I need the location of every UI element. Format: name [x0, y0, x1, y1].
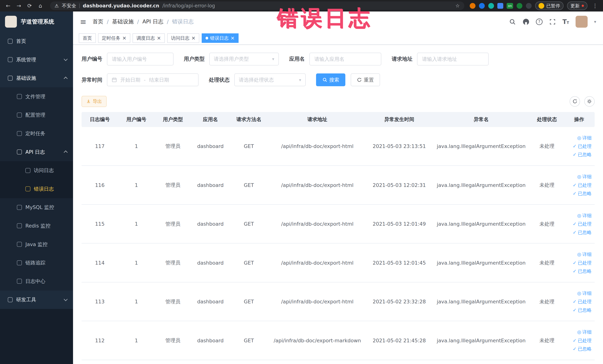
sidebar-item-dev-tools[interactable]: 研发工具 [0, 291, 73, 309]
sidebar-item-home[interactable]: 首页 [0, 32, 73, 50]
date-range-picker[interactable]: 开始日期 - 结束日期 [107, 73, 198, 86]
action-link[interactable]: ◎ 详细 [577, 174, 592, 180]
update-button[interactable]: 更新 [567, 1, 587, 10]
action-link[interactable]: ✓ 已忽略 [573, 268, 592, 274]
cell-method: GET [230, 260, 268, 266]
action-link[interactable]: ✓ 已处理 [573, 338, 592, 344]
sidebar-item-java[interactable]: Java 监控 [0, 235, 73, 254]
close-icon[interactable]: × [122, 35, 127, 41]
trace-icon [17, 260, 22, 265]
sidebar-item-trace[interactable]: 链路追踪 [0, 254, 73, 272]
extension-icon-green[interactable] [517, 3, 522, 9]
browser-chrome: ← → ⟳ ⌂ ⚠ 不安全 dashboard.yudao.iocoder.cn… [0, 0, 603, 12]
request-url-input[interactable] [417, 53, 489, 65]
process-status-select[interactable]: 请选择处理状态 ▾ [234, 73, 306, 86]
forward-icon[interactable]: → [15, 3, 23, 9]
paused-profile-badge[interactable]: 已暂停 [535, 1, 564, 10]
tab[interactable]: 调度日志 × [133, 33, 165, 43]
sidebar-item-api-log[interactable]: API 日志 [0, 143, 73, 161]
tab[interactable]: 错误日志 × [202, 33, 239, 43]
fullscreen-icon[interactable] [549, 18, 556, 25]
action-link[interactable]: ◎ 详细 [577, 251, 592, 257]
sidebar-item-redis[interactable]: Redis 监控 [0, 217, 73, 235]
action-link[interactable]: ✓ 已忽略 [573, 190, 592, 197]
breadcrumb-item[interactable]: 首页 [93, 18, 104, 25]
date-start-placeholder: 开始日期 [120, 77, 140, 83]
reset-button[interactable]: 重置 [351, 73, 380, 86]
search-button[interactable]: 搜索 [316, 73, 345, 86]
back-icon[interactable]: ← [4, 3, 12, 9]
action-link[interactable]: ◎ 详细 [577, 135, 592, 141]
user-type-select[interactable]: 请选择用户类型 ▾ [209, 53, 279, 65]
browser-home-icon[interactable]: ⌂ [36, 3, 45, 9]
sidebar-item-mysql[interactable]: MySQL 监控 [0, 198, 73, 217]
hamburger-icon[interactable]: ≡ [80, 17, 87, 26]
cell-request-url: /api/infra/db-doc/export-html [268, 299, 366, 305]
cell-exception-name: java.lang.IllegalArgumentException [432, 221, 530, 227]
tab[interactable]: 定时任务 × [98, 33, 130, 43]
action-link[interactable]: ✓ 已处理 [573, 299, 592, 305]
reload-icon[interactable]: ⟳ [25, 3, 34, 9]
user-id-input[interactable] [107, 53, 174, 65]
sidebar-item-config[interactable]: 配置管理 [0, 106, 73, 124]
filter-user-id: 用户编号 [81, 53, 174, 65]
extension-icon-teal[interactable] [488, 3, 494, 9]
action-link[interactable]: ✓ 已处理 [573, 221, 592, 227]
extension-icon-on[interactable]: on [507, 3, 513, 9]
infra-icon [8, 76, 13, 81]
breadcrumb-item[interactable]: API 日志 [142, 18, 163, 25]
sidebar-item-system[interactable]: 系统管理 [0, 50, 73, 69]
avatar-caret-icon[interactable]: ▾ [594, 19, 596, 24]
tab-label: 定时任务 [102, 35, 120, 41]
refresh-button[interactable] [570, 96, 580, 107]
action-link[interactable]: ✓ 已忽略 [573, 152, 592, 158]
help-icon[interactable]: ? [536, 19, 542, 25]
avatar[interactable] [576, 16, 587, 28]
tab[interactable]: 首页 [79, 33, 96, 43]
action-link[interactable]: ✓ 已忽略 [573, 229, 592, 235]
sidebar-item-infra[interactable]: 基础设施 [0, 69, 73, 87]
breadcrumb-item: 错误日志 [172, 18, 194, 25]
cell-log-id: 116 [81, 182, 118, 188]
action-label: 详细 [582, 212, 592, 219]
check-icon: ✓ [573, 230, 577, 235]
action-link[interactable]: ✓ 已处理 [573, 260, 592, 266]
sidebar-item-file[interactable]: 文件管理 [0, 87, 73, 106]
browser-menu-icon[interactable]: ⋮ [591, 3, 599, 9]
action-link[interactable]: ✓ 已处理 [573, 143, 592, 149]
app-name-input[interactable] [309, 53, 381, 65]
extension-icon-blue[interactable] [479, 3, 485, 9]
github-icon[interactable] [522, 18, 529, 25]
action-link[interactable]: ◎ 详细 [577, 212, 592, 219]
extension-icon-grid[interactable] [497, 3, 503, 9]
url-bar[interactable]: ⚠ 不安全 dashboard.yudao.iocoder.cn /infra/… [50, 1, 464, 10]
search-icon[interactable] [509, 18, 516, 25]
check-icon: ✓ [573, 182, 577, 188]
breadcrumb-item[interactable]: 基础设施 [112, 18, 134, 25]
action-link[interactable]: ◎ 详细 [577, 290, 592, 296]
close-icon[interactable]: × [191, 35, 196, 41]
extension-icon-orange[interactable] [470, 3, 475, 9]
column-settings-button[interactable] [584, 96, 595, 107]
action-link[interactable]: ◎ 详细 [577, 329, 592, 335]
app-logo[interactable]: 芋道管理系统 [0, 12, 73, 32]
close-icon[interactable]: × [231, 35, 235, 41]
font-size-icon[interactable]: TT [563, 18, 569, 25]
sidebar-item-access-log[interactable]: 访问日志 [0, 161, 73, 180]
action-link[interactable]: ✓ 已忽略 [573, 346, 592, 352]
cell-user-type: 管理员 [155, 221, 191, 227]
cell-user-type: 管理员 [155, 259, 191, 266]
close-icon[interactable]: × [157, 35, 161, 41]
tab[interactable]: 访问日志 × [167, 33, 199, 43]
bookmark-star-icon[interactable]: ☆ [455, 3, 460, 9]
action-link[interactable]: ✓ 已忽略 [573, 307, 592, 313]
sidebar-item-log-center[interactable]: 日志中心 [0, 272, 73, 291]
action-link[interactable]: ✓ 已处理 [573, 182, 592, 188]
sidebar-item-label: 首页 [16, 38, 26, 45]
check-icon: ✓ [573, 221, 577, 227]
export-button[interactable]: 导出 [81, 96, 107, 107]
sidebar-item-error-log[interactable]: 错误日志 [0, 180, 73, 198]
column-header: 异常名 [432, 116, 530, 123]
sidebar-item-job[interactable]: 定时任务 [0, 124, 73, 143]
extension-icon-dark[interactable] [526, 3, 532, 9]
